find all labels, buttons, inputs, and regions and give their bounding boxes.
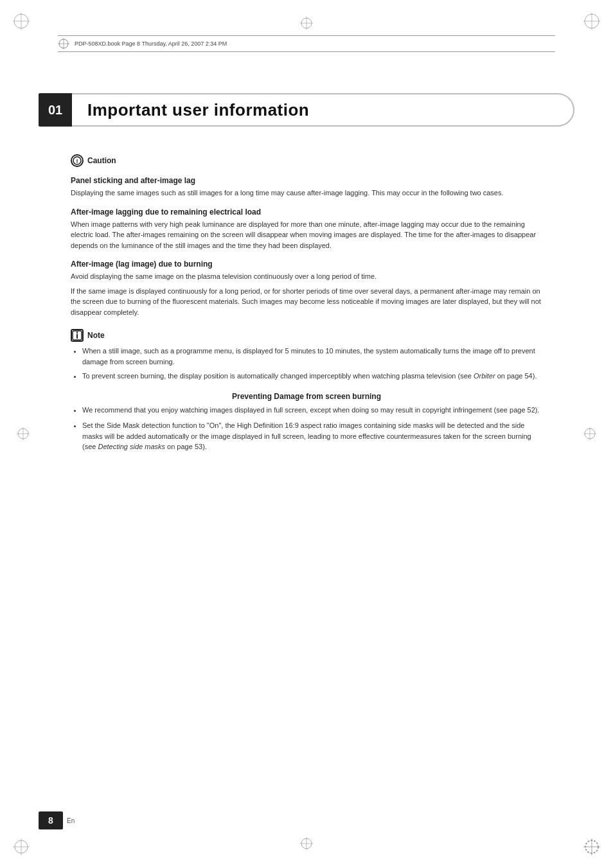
print-header: PDP-508XD.book Page 8 Thursday, April 26…	[58, 35, 555, 52]
preventing-heading: Preventing Damage from screen burning	[71, 392, 542, 401]
note-list: When a still image, such as a programme …	[71, 346, 542, 382]
chapter-number: 01	[39, 93, 72, 127]
note-label: Note	[87, 331, 105, 340]
reg-mark-tr	[582, 12, 601, 31]
note-icon	[71, 329, 84, 342]
print-info-text: PDP-508XD.book Page 8 Thursday, April 26…	[75, 40, 227, 47]
caution-header: ! Caution	[71, 154, 542, 167]
reg-mark-br	[582, 837, 601, 856]
page-number: 8	[39, 811, 63, 829]
burning-heading: After-image (lag image) due to burning	[71, 260, 542, 269]
caution-label: Caution	[87, 156, 116, 165]
reg-mark-tl	[12, 12, 31, 31]
svg-rect-29	[73, 331, 82, 340]
burning-body1: Avoid displaying the same image on the p…	[71, 271, 542, 282]
note-header: Note	[71, 329, 542, 342]
note-item-2: To prevent screen burning, the display p…	[82, 371, 542, 382]
electrical-body: When image patterns with very high peak …	[71, 219, 542, 251]
preventing-list: We recommend that you enjoy watching ima…	[71, 405, 542, 452]
chapter-header: 01 Important user information	[39, 93, 574, 127]
preventing-item-1: We recommend that you enjoy watching ima…	[82, 405, 542, 416]
reg-mark-tc	[300, 17, 313, 31]
electrical-heading: After-image lagging due to remaining ele…	[71, 208, 542, 217]
svg-text:!: !	[76, 158, 78, 164]
panel-heading: Panel sticking and after-image lag	[71, 176, 542, 185]
preventing-item-2: Set the Side Mask detection function to …	[82, 420, 542, 452]
note-block: Note When a still image, such as a progr…	[71, 329, 542, 382]
chapter-title: Important user information	[87, 100, 309, 120]
note-item-1: When a still image, such as a programme …	[82, 346, 542, 367]
page-footer: 8 En	[39, 811, 574, 829]
svg-point-30	[76, 333, 78, 334]
page-lang: En	[67, 817, 75, 824]
reg-mark-bl	[12, 837, 31, 856]
panel-body: Displaying the same images such as still…	[71, 188, 542, 199]
reg-mark-ml	[17, 427, 30, 441]
reg-mark-bc	[300, 837, 313, 851]
chapter-title-box: Important user information	[72, 93, 574, 127]
reg-mark-mr	[583, 427, 596, 441]
main-content: ! Caution Panel sticking and after-image…	[71, 154, 542, 457]
burning-body2: If the same image is displayed continuou…	[71, 286, 542, 318]
caution-icon: !	[71, 154, 84, 167]
